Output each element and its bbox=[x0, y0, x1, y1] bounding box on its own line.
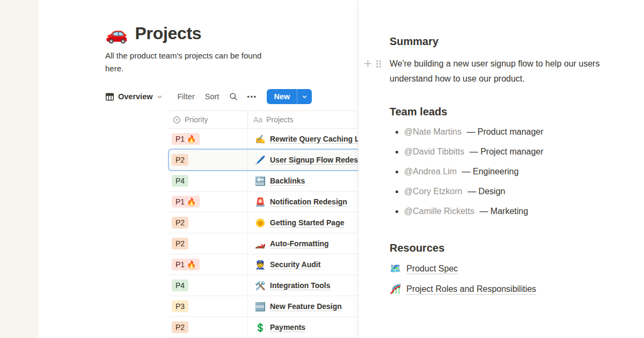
user-mention[interactable]: @Nate Martins bbox=[404, 127, 462, 136]
user-mention[interactable]: @David Tibbitts bbox=[404, 147, 464, 156]
priority-cell[interactable]: P2 bbox=[169, 150, 248, 170]
project-page-icon: 🔙 bbox=[255, 176, 266, 186]
project-title-cell[interactable]: ✍️ Rewrite Query Caching Logic bbox=[248, 129, 358, 149]
user-mention[interactable]: @Cory Etzkorn bbox=[404, 187, 463, 196]
project-title-cell[interactable]: 🌞 Getting Started Page bbox=[248, 212, 358, 233]
summary-text: We're building a new user signup flow to… bbox=[390, 56, 642, 86]
filter-button[interactable]: Filter bbox=[178, 92, 195, 101]
team-lead-item: @Camille Ricketts — Marketing bbox=[404, 204, 628, 218]
project-page-link[interactable]: Rewrite Query Caching Logic bbox=[270, 135, 358, 143]
table-row[interactable]: P2 🖊️ User Signup Flow Redesign Project bbox=[169, 150, 358, 171]
column-header-priority-label: Priority bbox=[185, 115, 208, 124]
page-icon-car-emoji[interactable]: 🚗 bbox=[105, 23, 128, 44]
project-page-link[interactable]: Notification Redesign bbox=[270, 197, 347, 206]
team-leads-list: @Nate Martins — Product manager @David T… bbox=[390, 125, 628, 218]
priority-cell[interactable]: P4 bbox=[169, 275, 248, 296]
priority-cell[interactable]: P1 🔥 bbox=[169, 254, 248, 275]
project-title-cell[interactable]: 👮 Security Audit bbox=[248, 254, 358, 275]
view-switcher[interactable]: Overview bbox=[105, 92, 163, 101]
database-toolbar: Overview Filter Sort ••• New bbox=[105, 88, 358, 105]
drag-handle[interactable] bbox=[376, 60, 382, 70]
project-page-icon: 🌞 bbox=[255, 218, 266, 228]
priority-cell[interactable]: P1 🔥 bbox=[169, 192, 248, 212]
side-peek-panel: Summary We're building a new user signup… bbox=[358, 0, 644, 338]
priority-badge: P1 🔥 bbox=[172, 133, 200, 145]
priority-cell[interactable]: P1 🔥 bbox=[169, 129, 248, 149]
add-block-button[interactable] bbox=[363, 59, 372, 70]
resource-page-title: Project Roles and Responsibilities bbox=[406, 284, 536, 294]
team-lead-item: @Cory Etzkorn — Design bbox=[404, 185, 628, 198]
column-header-priority[interactable]: Priority bbox=[169, 111, 248, 128]
user-mention[interactable]: @Camille Ricketts bbox=[404, 207, 474, 216]
project-page-icon: 💲 bbox=[255, 322, 266, 333]
column-header-projects[interactable]: Aa Projects bbox=[248, 115, 358, 124]
table-row[interactable]: P1 🔥 👮 Security Audit bbox=[169, 254, 358, 275]
project-page-link[interactable]: Auto-Formatting bbox=[270, 239, 329, 248]
resource-page-link[interactable]: 🎢 Project Roles and Responsibilities bbox=[390, 282, 628, 296]
new-button-dropdown[interactable] bbox=[297, 89, 312, 104]
title-property-icon: Aa bbox=[253, 115, 262, 124]
team-lead-role: — Marketing bbox=[479, 207, 528, 216]
project-page-icon: 🏎️ bbox=[255, 239, 266, 249]
table-row[interactable]: P2 🌞 Getting Started Page bbox=[169, 212, 358, 233]
table-row[interactable]: P2 💲 Payments bbox=[169, 317, 358, 338]
new-button[interactable]: New bbox=[267, 89, 297, 104]
column-header-projects-label: Projects bbox=[266, 115, 294, 124]
search-button[interactable] bbox=[229, 92, 238, 101]
project-title-cell[interactable]: 🖊️ User Signup Flow Redesign Project bbox=[248, 150, 358, 170]
team-lead-role: — Design bbox=[467, 187, 505, 196]
project-page-link[interactable]: Security Audit bbox=[270, 260, 320, 269]
resource-page-title: Product Spec bbox=[406, 264, 458, 274]
project-page-link[interactable]: New Feature Design bbox=[270, 302, 342, 311]
table-view-icon bbox=[105, 92, 114, 101]
priority-badge: P2 bbox=[172, 238, 188, 249]
project-page-link[interactable]: User Signup Flow Redesign Project bbox=[270, 156, 358, 164]
project-title-cell[interactable]: 🆕 New Feature Design bbox=[248, 296, 358, 317]
summary-heading: Summary bbox=[390, 34, 628, 48]
table-row[interactable]: P2 🏎️ Auto-Formatting bbox=[169, 233, 358, 254]
project-page-link[interactable]: Getting Started Page bbox=[270, 218, 344, 227]
project-page-icon: 🚨 bbox=[255, 197, 266, 207]
priority-cell[interactable]: P2 bbox=[169, 317, 248, 337]
table-row[interactable]: P1 🔥 ✍️ Rewrite Query Caching Logic bbox=[169, 129, 358, 150]
priority-cell[interactable]: P2 bbox=[169, 233, 248, 254]
team-lead-role: — Product manager bbox=[466, 127, 543, 136]
table-row[interactable]: P1 🔥 🚨 Notification Redesign bbox=[169, 192, 358, 212]
team-lead-role: — Project manager bbox=[470, 147, 544, 156]
search-icon bbox=[229, 92, 238, 101]
project-title-cell[interactable]: 🚨 Notification Redesign bbox=[248, 192, 358, 212]
priority-badge: P1 🔥 bbox=[172, 196, 200, 208]
resource-page-icon: 🎢 bbox=[390, 283, 401, 295]
drag-handle-icon bbox=[376, 60, 382, 68]
plus-icon bbox=[363, 59, 372, 68]
resource-page-link[interactable]: 🗺️ Product Spec bbox=[390, 262, 628, 275]
project-title-cell[interactable]: 💲 Payments bbox=[248, 317, 358, 337]
team-lead-item: @David Tibbitts — Project manager bbox=[404, 145, 628, 158]
project-page-link[interactable]: Backlinks bbox=[270, 177, 305, 185]
table-row[interactable]: P4 🛠️ Integration Tools bbox=[169, 275, 358, 296]
team-lead-role: — Engineering bbox=[462, 167, 519, 176]
table-header-row: Priority Aa Projects bbox=[169, 111, 358, 129]
table-body: P1 🔥 ✍️ Rewrite Query Caching Logic P2 bbox=[169, 129, 358, 338]
project-title-cell[interactable]: 🛠️ Integration Tools bbox=[248, 275, 358, 296]
user-mention[interactable]: @Andrea Lim bbox=[404, 167, 457, 176]
priority-cell[interactable]: P3 bbox=[169, 296, 248, 317]
chevron-down-icon bbox=[302, 94, 308, 100]
project-page-link[interactable]: Payments bbox=[270, 323, 305, 332]
priority-badge: P4 bbox=[172, 175, 188, 187]
page-title: Projects bbox=[135, 24, 201, 43]
priority-cell[interactable]: P2 bbox=[169, 212, 248, 233]
project-title-cell[interactable]: 🏎️ Auto-Formatting bbox=[248, 233, 358, 254]
priority-badge: P3 bbox=[172, 300, 188, 312]
project-title-cell[interactable]: 🔙 Backlinks bbox=[248, 171, 358, 191]
project-page-icon: 🆕 bbox=[255, 302, 266, 312]
more-options-button[interactable]: ••• bbox=[247, 93, 257, 101]
priority-badge: P2 bbox=[172, 154, 188, 166]
projects-table: Priority Aa Projects P1 🔥 ✍️ Rewrite bbox=[169, 111, 358, 338]
table-row[interactable]: P4 🔙 Backlinks bbox=[169, 171, 358, 192]
priority-cell[interactable]: P4 bbox=[169, 171, 248, 191]
sort-button[interactable]: Sort bbox=[205, 92, 219, 101]
table-row[interactable]: P3 🆕 New Feature Design bbox=[169, 296, 358, 317]
project-page-link[interactable]: Integration Tools bbox=[270, 281, 331, 290]
team-leads-heading: Team leads bbox=[390, 105, 628, 119]
